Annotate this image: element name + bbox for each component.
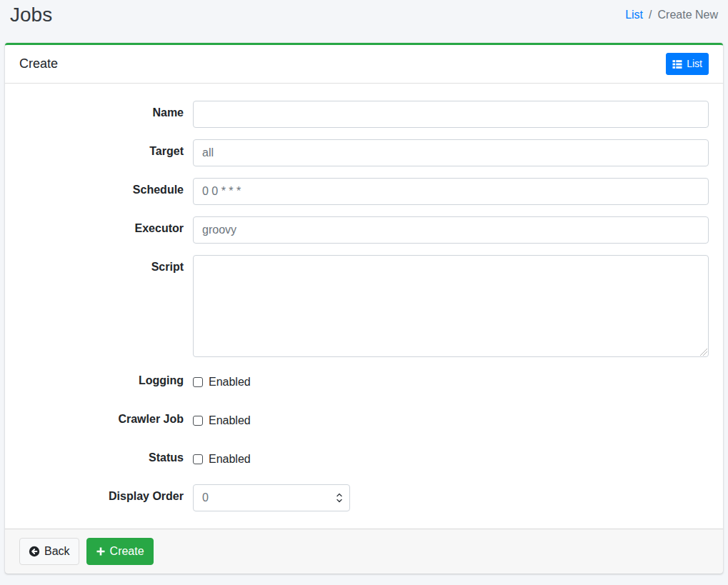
list-button-label: List [687, 56, 702, 71]
page-title: Jobs [10, 4, 52, 26]
breadcrumb-current: Create New [658, 9, 718, 21]
status-label: Status [19, 446, 184, 473]
form-row-executor: Executor [19, 216, 709, 244]
schedule-label: Schedule [19, 178, 184, 205]
card-footer: Back Create [5, 529, 723, 574]
th-list-icon [672, 59, 682, 69]
back-button-label: Back [44, 543, 70, 560]
status-checkbox[interactable] [193, 454, 203, 464]
logging-checkbox-label[interactable]: Enabled [209, 376, 251, 389]
target-label: Target [19, 139, 184, 166]
crawler-job-label: Crawler Job [19, 407, 184, 434]
back-button[interactable]: Back [19, 538, 79, 565]
breadcrumb-separator: / [643, 9, 657, 21]
breadcrumb: List / Create New [625, 4, 718, 21]
status-checkbox-label[interactable]: Enabled [209, 453, 251, 466]
list-button[interactable]: List [666, 53, 709, 75]
name-label: Name [19, 101, 184, 128]
create-job-card: Create List Name [5, 43, 723, 574]
form-row-name: Name [19, 101, 709, 128]
target-input[interactable] [193, 139, 709, 166]
executor-label: Executor [19, 216, 184, 244]
number-spinner-icon[interactable] [336, 492, 343, 504]
form-row-status: Status Enabled [19, 446, 709, 473]
form-row-logging: Logging Enabled [19, 369, 709, 396]
card-header: Create List [5, 45, 723, 84]
display-order-input[interactable] [193, 484, 350, 511]
form-row-script: Script [19, 255, 709, 357]
create-button-label: Create [110, 543, 144, 560]
script-textarea[interactable] [193, 255, 709, 357]
logging-label: Logging [19, 369, 184, 396]
page-header: Jobs List / Create New [0, 0, 728, 43]
form-row-crawler-job: Crawler Job Enabled [19, 407, 709, 434]
logging-checkbox[interactable] [193, 377, 203, 387]
create-button[interactable]: Create [86, 538, 154, 565]
crawler-job-checkbox-label[interactable]: Enabled [209, 414, 251, 427]
arrow-circle-left-icon [29, 546, 40, 557]
form-row-target: Target [19, 139, 709, 166]
name-input[interactable] [193, 101, 709, 128]
textarea-resize-handle[interactable] [699, 347, 707, 356]
executor-input[interactable] [193, 216, 709, 244]
plus-icon [96, 546, 106, 556]
form-row-schedule: Schedule [19, 178, 709, 205]
breadcrumb-list-link[interactable]: List [625, 9, 643, 21]
card-title: Create [19, 56, 58, 71]
schedule-input[interactable] [193, 178, 709, 205]
display-order-label: Display Order [19, 484, 184, 511]
crawler-job-checkbox[interactable] [193, 416, 203, 426]
script-label: Script [19, 255, 184, 357]
card-body: Name Target Schedule Executor [5, 84, 723, 529]
form-row-display-order: Display Order [19, 484, 709, 511]
